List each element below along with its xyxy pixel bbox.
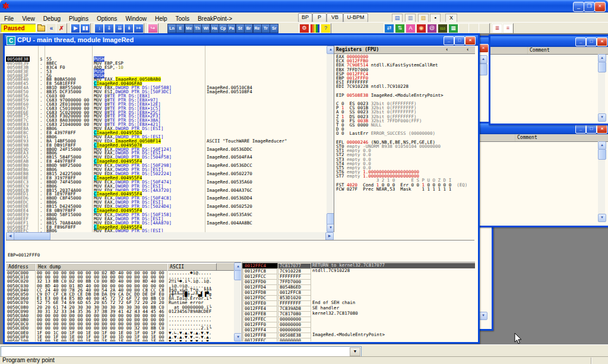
- stack-row[interactable]: 0012FFCCFFFFFFFF: [242, 274, 475, 279]
- list-view-button-1[interactable]: ≣: [492, 23, 503, 34]
- stack-row[interactable]: 0012FFD48054B6ED: [242, 284, 475, 290]
- disasm-row[interactable]: 00508E60.C683 2E010000 00MOV BYTE PTR DS…: [6, 102, 327, 106]
- disasm-row[interactable]: 00508E7C.C683 8A030000 00MOV BYTE PTR DS…: [6, 118, 327, 122]
- disasm-row[interactable]: 00508EEF.8B06MOV EAX,DWORD PTR DS:[ESI]: [6, 216, 327, 220]
- document-icon[interactable]: ▥: [405, 14, 416, 23]
- disassembly-pane[interactable]: 00508E38$55PUSH EBP00508E39.8BECMOV EBP,…: [6, 46, 327, 232]
- help-button[interactable]: ?: [320, 23, 331, 34]
- target-button[interactable]: ◉: [416, 23, 427, 34]
- dump-row[interactable]: 0050C030008D4000018D40000000000000000000…: [6, 283, 241, 287]
- hidden-window-scroll-up-icon[interactable]: ▲: [479, 55, 487, 64]
- dump-row[interactable]: 0050C02032138BC002008BC0008D4000008D4000…: [6, 278, 241, 283]
- pane-button-ha[interactable]: Ha: [210, 24, 219, 33]
- pane-button-e[interactable]: E: [176, 24, 185, 33]
- disasm-row[interactable]: 00508E8C.E8 4397F8FFCALL ImageRed.004955…: [6, 130, 327, 134]
- disasm-row[interactable]: 00508EBE.E8 3197F8FFCALL ImageRed.004955…: [6, 175, 327, 179]
- register-line[interactable]: ST0 empty -UNORM B938 01050104 00000000: [336, 144, 475, 148]
- comment-middle-scrollbar[interactable]: ▲ ▼: [598, 141, 605, 222]
- disasm-row[interactable]: 00508EDC.8B06MOV EAX,DWORD PTR DS:[ESI]: [6, 200, 327, 204]
- comment-top-minimize-icon[interactable]: _: [575, 37, 586, 46]
- list-view-button-2[interactable]: ≡: [502, 23, 514, 34]
- disasm-row[interactable]: 00508E83.C683 21040000 00MOV BYTE PTR DS…: [6, 122, 327, 126]
- disasm-row[interactable]: 00508E3B.83C4 F0ADD ESP,-10: [6, 65, 327, 69]
- disasm-row[interactable]: 00508E3E.53PUSH EBX: [6, 69, 327, 73]
- pane-button-st[interactable]: St: [236, 24, 245, 33]
- stack-row[interactable]: 0012FFEC00000000: [242, 316, 475, 322]
- pane-button-wi[interactable]: Wi: [201, 24, 210, 33]
- step-over-button[interactable]: ⇓: [103, 23, 115, 34]
- options-gear-button[interactable]: ⚙: [299, 23, 310, 34]
- register-line[interactable]: Z 1 DS 0023 32bit 0(FFFFFFFF): [336, 114, 475, 118]
- register-line[interactable]: ST4 empty 0.0: [336, 161, 475, 165]
- registers-pane[interactable]: Registers (FPU) ‹ ‹ EAX 00000000ECX 0012…: [334, 46, 475, 232]
- comment-window-top[interactable]: _ □ × Comment ▲ ▼: [489, 34, 608, 125]
- menu-button-p[interactable]: P: [312, 13, 327, 23]
- close-program-button[interactable]: ✗: [56, 23, 67, 34]
- stack-row[interactable]: 0012FFD80012FFC8: [242, 290, 475, 295]
- notepad-icon[interactable]: ▤: [392, 14, 403, 23]
- stack-row[interactable]: 0012FFFC00000000: [242, 338, 475, 341]
- register-line[interactable]: ST5 empty 0.0: [336, 165, 475, 169]
- comment-middle-close-icon[interactable]: ×: [597, 125, 607, 134]
- stack-row[interactable]: 0012FFE87C817080kernel32.7C817080: [242, 311, 475, 316]
- disasm-row[interactable]: 00508E40.B8 B0BA5000MOV EAX,ImageRed.005…: [6, 77, 327, 81]
- dump-scroll-up-icon[interactable]: ▲: [234, 262, 241, 271]
- pane-button-ln[interactable]: Ln: [167, 24, 176, 33]
- disasm-row[interactable]: 00508E39.8BECMOV EBP,ESP: [6, 61, 327, 65]
- binary-button[interactable]: 010: [437, 23, 448, 34]
- disasm-row[interactable]: 00508EB6.8B06MOV EAX,DWORD PTR DS:[ESI]: [6, 167, 327, 171]
- comment-top-close-icon[interactable]: ×: [597, 37, 607, 46]
- register-line[interactable]: FST 4020 Cond 1 0 0 0 Err 0 0 1 0 0 0 0 …: [336, 182, 475, 186]
- dump-scrollbar[interactable]: ▲ ▼: [234, 262, 241, 341]
- disasm-row[interactable]: 00508ED6.8B0D C8F45000MOV ECX,DWORD PTR …: [6, 195, 327, 200]
- disassembly-scrollbar[interactable]: ▲ ▼: [327, 46, 334, 232]
- pause-button[interactable]: ▮▮: [80, 23, 91, 34]
- cpu-window-titlebar[interactable]: C CPU - main thread, module ImageRed _ □…: [5, 35, 478, 46]
- comment-middle-maximize-icon[interactable]: □: [586, 125, 597, 134]
- comment-top-scroll-down-icon[interactable]: ▼: [598, 113, 606, 122]
- stack-row[interactable]: 0012FFC87C910228ntdll.7C910228: [242, 268, 475, 274]
- register-line[interactable]: ESP 0012FFC4: [336, 71, 475, 75]
- disasm-row[interactable]: 00508EF7.E8 F896F8FFCALL ImageRed.004955…: [6, 224, 327, 229]
- disasm-row[interactable]: 00508ED1.E8 1E97F8FFCALL ImageRed.004955…: [6, 191, 327, 195]
- combobox-dropdown-icon[interactable]: ▼: [350, 347, 360, 356]
- restore-button[interactable]: ❐: [584, 2, 595, 12]
- disasm-row[interactable]: 00508EE4.E8 0B97F8FFCALL ImageRed.004955…: [6, 208, 327, 212]
- disasm-row[interactable]: 00508E67.C683 C5010000 00MOV BYTE PTR DS…: [6, 106, 327, 110]
- disasm-row[interactable]: 00508E59.C683 97000000 00MOV BYTE PTR DS…: [6, 97, 327, 102]
- comment-window-top-titlebar[interactable]: _ □ ×: [490, 36, 608, 47]
- disasm-row[interactable]: 00508EF1.8B15 70A84A00MOV EDX,DWORD PTR …: [6, 220, 327, 224]
- appearance-button[interactable]: [309, 23, 321, 34]
- comment-middle-scroll-up-icon[interactable]: ▲: [598, 141, 606, 150]
- stack-row[interactable]: 0012FFDC853D1020: [242, 295, 475, 300]
- comment-middle-minimize-icon[interactable]: _: [575, 125, 586, 134]
- main-titlebar[interactable]: ✱ _ ❐ ×: [0, 0, 608, 12]
- disasm-row[interactable]: 00508E3F.56PUSH ESI: [6, 73, 327, 77]
- console-icon[interactable]: ▪: [430, 14, 441, 23]
- disasm-row[interactable]: 00508EDE.8B15 D4245000MOV EDX,DWORD PTR …: [6, 204, 327, 208]
- cpu-close-icon[interactable]: ×: [465, 36, 476, 45]
- register-line[interactable]: EIP 00508E38 ImageRed.<ModuleEntryPoint>: [336, 93, 475, 97]
- stack-row[interactable]: 0012FFF800508E38ImageRed.<ModuleEntryPoi…: [242, 333, 475, 338]
- disasm-row[interactable]: 00508E91.8B06MOV EAX,DWORD PTR DS:[ESI]: [6, 134, 327, 138]
- register-line[interactable]: O 0 LastErr ERROR_SUCCESS (00000000): [336, 131, 475, 135]
- register-line[interactable]: EBP 0012FFF0: [336, 75, 475, 80]
- execute-till-return-button[interactable]: ↦: [133, 23, 144, 34]
- dump-row[interactable]: 0050C1001F001E001F001E001F001F001E001F00…: [6, 338, 241, 341]
- disasm-row[interactable]: 00508E50.8B35 DCF35000MOV ESI,DWORD PTR …: [6, 89, 327, 93]
- register-line[interactable]: ST6 empty 1.0000000000000000000: [336, 169, 475, 173]
- cpu-minimize-icon[interactable]: _: [444, 36, 454, 45]
- ascii-button[interactable]: A: [405, 23, 416, 34]
- disasm-row[interactable]: 00508EFC.8B06MOV EAX,DWORD PTR DS:[ESI]: [6, 228, 327, 232]
- dump-pane[interactable]: Address Hex dump ASCII 0050C000000000000…: [6, 262, 241, 341]
- comment-top-scrollbar[interactable]: ▲ ▼: [598, 54, 605, 122]
- menu-button-bp[interactable]: BP: [298, 13, 312, 23]
- pane-button-tr[interactable]: Tr: [261, 24, 270, 33]
- dump-row[interactable]: 0050C040CC24400078264000542A400000C8CCC8…: [6, 287, 241, 292]
- menu-button-vb[interactable]: VB: [327, 13, 343, 23]
- register-line[interactable]: EDX 7C90E514 ntdll.KiFastSystemCallRet: [336, 62, 475, 67]
- register-line[interactable]: EFL 00000246 (NO,NB,E,BE,NS,PE,GE,LE): [336, 140, 475, 144]
- register-line[interactable]: ST2 empty 0.0: [336, 152, 475, 156]
- disasm-row[interactable]: 00508EC3.8B0D 74F45000MOV ECX,DWORD PTR …: [6, 179, 327, 183]
- comment-window-middle[interactable]: _ □ × Comment ▲ ▼: [476, 122, 608, 227]
